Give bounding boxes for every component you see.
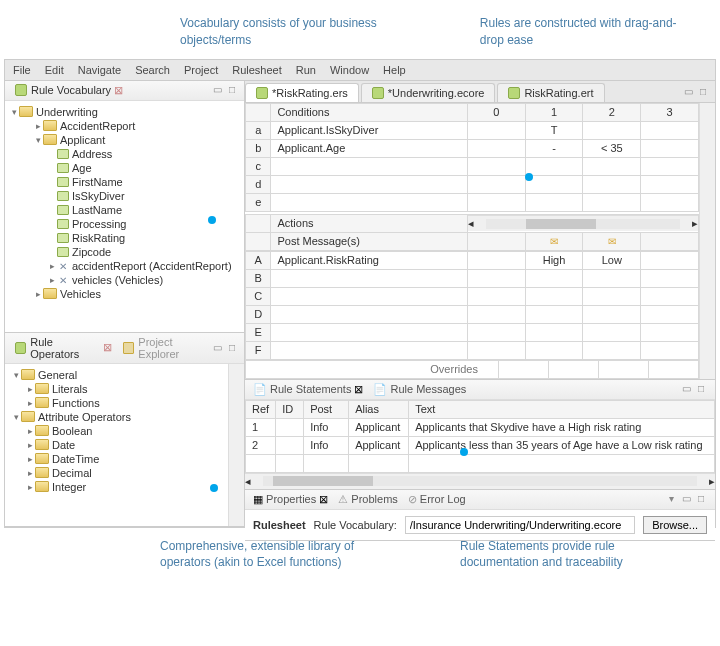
stmt-post[interactable]: Info	[304, 436, 349, 454]
tree-item[interactable]: FirstName	[7, 175, 242, 189]
menu-edit[interactable]: Edit	[45, 64, 64, 76]
tree-item[interactable]: Address	[7, 147, 242, 161]
rule-cell[interactable]	[641, 175, 699, 193]
rule-cell[interactable]: T	[525, 121, 583, 139]
stmt-text[interactable]: Applicants that Skydive have a High risk…	[409, 418, 715, 436]
condition-cell[interactable]	[271, 175, 467, 193]
tree-item[interactable]: ▸Vehicles	[7, 287, 242, 301]
rule-cell[interactable]	[525, 269, 583, 287]
stmt-post[interactable]: Info	[304, 418, 349, 436]
minimize-icon[interactable]: ▭	[211, 84, 223, 96]
rule-cell[interactable]	[641, 251, 699, 269]
scrollbar[interactable]	[228, 364, 244, 526]
rule-cell[interactable]	[641, 287, 699, 305]
view-menu-icon[interactable]: ▾	[665, 493, 677, 505]
rule-cell[interactable]	[583, 121, 641, 139]
tree-item[interactable]: ▸DateTime	[7, 452, 226, 466]
menu-window[interactable]: Window	[330, 64, 369, 76]
stmt-alias[interactable]: Applicant	[349, 436, 409, 454]
tree-item[interactable]: LastName	[7, 203, 242, 217]
rule-cell[interactable]	[641, 341, 699, 359]
hscroll[interactable]: ◂▸	[468, 215, 698, 231]
stmt-alias[interactable]: Applicant	[349, 418, 409, 436]
tree-item[interactable]: ▸Functions	[7, 396, 226, 410]
rule-cell[interactable]	[641, 121, 699, 139]
rule-cell[interactable]: < 35	[583, 139, 641, 157]
minimize-icon[interactable]: ▭	[211, 342, 223, 354]
tree-item[interactable]: ▸Boolean	[7, 424, 226, 438]
rule-cell[interactable]	[467, 157, 525, 175]
rule-cell[interactable]	[467, 269, 525, 287]
tree-item[interactable]: RiskRating	[7, 231, 242, 245]
rule-cell[interactable]	[525, 157, 583, 175]
tree-item[interactable]: Age	[7, 161, 242, 175]
menu-rulesheet[interactable]: Rulesheet	[232, 64, 282, 76]
rule-cell[interactable]	[641, 269, 699, 287]
tree-item[interactable]: ▸Date	[7, 438, 226, 452]
vocab-path-input[interactable]	[405, 516, 635, 534]
action-cell[interactable]	[271, 305, 467, 323]
rule-cell[interactable]	[467, 341, 525, 359]
stmt-id[interactable]	[276, 436, 304, 454]
action-cell[interactable]	[271, 287, 467, 305]
tree-item[interactable]: ▸Literals	[7, 382, 226, 396]
minimize-icon[interactable]: ▭	[680, 493, 692, 505]
action-cell[interactable]	[271, 269, 467, 287]
tree-item[interactable]: IsSkyDiver	[7, 189, 242, 203]
minimize-icon[interactable]: ▭	[680, 383, 692, 395]
rule-cell[interactable]	[525, 193, 583, 211]
tree-root[interactable]: ▾ Underwriting	[7, 105, 242, 119]
rule-cell[interactable]	[467, 287, 525, 305]
rule-cell[interactable]	[583, 305, 641, 323]
maximize-icon[interactable]: □	[226, 84, 238, 96]
tree-item[interactable]: ▾Attribute Operators	[7, 410, 226, 424]
tree-item[interactable]: ▸Decimal	[7, 466, 226, 480]
tree-item[interactable]: Zipcode	[7, 245, 242, 259]
rule-cell[interactable]: Low	[583, 251, 641, 269]
rule-cell[interactable]	[583, 287, 641, 305]
rule-cell[interactable]	[525, 287, 583, 305]
action-cell[interactable]: Applicant.RiskRating	[271, 251, 467, 269]
menu-navigate[interactable]: Navigate	[78, 64, 121, 76]
rule-cell[interactable]	[641, 305, 699, 323]
maximize-icon[interactable]: □	[697, 86, 709, 98]
tab-underwriting-ecore[interactable]: *Underwriting.ecore	[361, 83, 496, 102]
menu-help[interactable]: Help	[383, 64, 406, 76]
col-0[interactable]: 0	[467, 103, 525, 121]
rule-cell[interactable]: -	[525, 139, 583, 157]
scrollbar[interactable]	[699, 103, 715, 379]
col-3[interactable]: 3	[641, 103, 699, 121]
tree-item[interactable]: ▸✕accidentReport (AccidentReport)	[7, 259, 242, 273]
rule-cell[interactable]	[467, 251, 525, 269]
rule-cell[interactable]	[583, 157, 641, 175]
maximize-icon[interactable]: □	[226, 342, 238, 354]
tab-riskrating-ers[interactable]: *RiskRating.ers	[245, 83, 359, 102]
action-cell[interactable]	[271, 323, 467, 341]
tab-rule-messages[interactable]: 📄 Rule Messages	[373, 383, 466, 396]
maximize-icon[interactable]: □	[695, 493, 707, 505]
tab-error-log[interactable]: ⊘ Error Log	[408, 493, 466, 506]
col-1[interactable]: 1	[525, 103, 583, 121]
stmt-ref[interactable]: 2	[246, 436, 276, 454]
rule-cell[interactable]	[525, 305, 583, 323]
browse-button[interactable]: Browse...	[643, 516, 707, 534]
condition-cell[interactable]: Applicant.IsSkyDiver	[271, 121, 467, 139]
tree-item[interactable]: ▸AccidentReport	[7, 119, 242, 133]
maximize-icon[interactable]: □	[695, 383, 707, 395]
rule-cell[interactable]	[641, 157, 699, 175]
rule-cell[interactable]	[641, 193, 699, 211]
menu-file[interactable]: File	[13, 64, 31, 76]
rule-cell[interactable]	[467, 193, 525, 211]
tree-item[interactable]: ▾Applicant	[7, 133, 242, 147]
rule-cell[interactable]	[467, 323, 525, 341]
stmt-id[interactable]	[276, 418, 304, 436]
rule-cell[interactable]	[467, 175, 525, 193]
rule-cell[interactable]	[583, 175, 641, 193]
condition-cell[interactable]: Applicant.Age	[271, 139, 467, 157]
hscroll[interactable]: ◂▸	[245, 473, 715, 489]
rule-cell[interactable]	[467, 121, 525, 139]
rule-cell[interactable]	[641, 323, 699, 341]
rule-cell[interactable]	[583, 341, 641, 359]
rule-cell[interactable]	[583, 269, 641, 287]
rule-cell[interactable]	[641, 139, 699, 157]
